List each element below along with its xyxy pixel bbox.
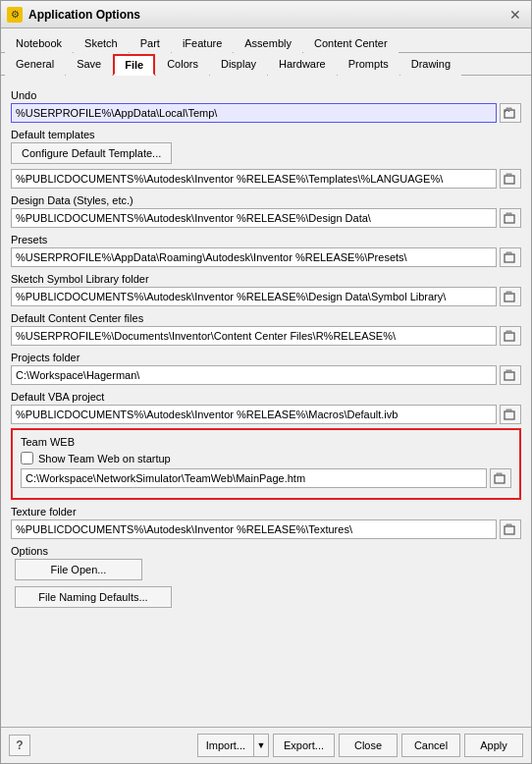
tab-colors[interactable]: Colors: [156, 54, 209, 76]
svg-rect-17: [497, 473, 502, 475]
apply-button[interactable]: Apply: [464, 734, 523, 757]
tab-ifeature[interactable]: iFeature: [172, 33, 233, 53]
presets-browse-button[interactable]: [500, 247, 521, 267]
options-label: Options: [11, 545, 521, 557]
sketch-symbol-row: [11, 287, 521, 306]
main-content: Undo Default templates Configure Default…: [1, 76, 531, 727]
bottom-buttons: Import... ▼ Export... Close Cancel Apply: [197, 734, 523, 757]
configure-default-template-button[interactable]: Configure Default Template...: [11, 142, 172, 164]
svg-rect-19: [506, 524, 511, 526]
window-title: Application Options: [28, 8, 140, 22]
design-data-browse-button[interactable]: [500, 208, 521, 228]
svg-rect-15: [506, 409, 511, 411]
svg-rect-14: [505, 411, 514, 419]
tab-assembly[interactable]: Assembly: [234, 33, 302, 53]
sketch-symbol-browse-button[interactable]: [500, 287, 521, 306]
tab-row-2: General Save File Colors Display Hardwar…: [1, 53, 531, 76]
tab-save[interactable]: Save: [66, 54, 112, 76]
team-web-input-row: [21, 468, 511, 488]
tab-display[interactable]: Display: [210, 54, 267, 76]
content-center-files-label: Default Content Center files: [11, 312, 521, 324]
vba-project-browse-button[interactable]: [500, 405, 521, 424]
undo-label: Undo: [11, 89, 521, 101]
team-web-checkbox-label: Show Team Web on startup: [38, 453, 171, 464]
projects-label: Projects folder: [11, 352, 521, 363]
file-open-button[interactable]: File Open...: [15, 559, 142, 580]
svg-rect-6: [505, 254, 514, 262]
tab-hardware[interactable]: Hardware: [268, 54, 337, 76]
import-group: Import... ▼: [197, 734, 269, 757]
tab-part[interactable]: Part: [130, 33, 171, 53]
svg-rect-10: [505, 333, 514, 341]
vba-project-row: [11, 405, 521, 424]
content-center-files-row: [11, 326, 521, 346]
projects-input[interactable]: [11, 365, 497, 385]
application-options-window: ⚙ Application Options ✕ Notebook Sketch …: [0, 0, 532, 764]
import-button[interactable]: Import...: [197, 734, 253, 757]
help-button[interactable]: ?: [9, 735, 30, 756]
window-icon: ⚙: [7, 7, 23, 23]
team-web-browse-button[interactable]: [490, 468, 511, 488]
svg-rect-5: [506, 213, 511, 215]
close-button[interactable]: Close: [339, 734, 398, 757]
default-templates-browse-button[interactable]: [500, 169, 521, 189]
presets-label: Presets: [11, 234, 521, 246]
vba-project-input[interactable]: [11, 405, 497, 424]
undo-browse-button[interactable]: [500, 103, 521, 123]
tab-general[interactable]: General: [5, 54, 65, 76]
svg-rect-16: [495, 475, 505, 483]
tab-sketch[interactable]: Sketch: [74, 33, 129, 53]
svg-rect-9: [506, 292, 511, 294]
default-templates-label: Default templates: [11, 129, 521, 140]
design-data-label: Design Data (Styles, etc.): [11, 194, 521, 206]
svg-rect-12: [505, 372, 514, 380]
content-center-files-input[interactable]: [11, 326, 497, 346]
import-dropdown-button[interactable]: ▼: [253, 734, 269, 757]
close-window-button[interactable]: ✕: [505, 5, 525, 25]
svg-rect-13: [506, 370, 511, 372]
team-web-label: Team WEB: [21, 436, 511, 448]
design-data-input[interactable]: [11, 208, 497, 228]
cancel-button[interactable]: Cancel: [401, 734, 460, 757]
texture-browse-button[interactable]: [500, 519, 521, 539]
tab-notebook[interactable]: Notebook: [5, 33, 73, 53]
projects-row: [11, 365, 521, 385]
file-naming-defaults-button[interactable]: File Naming Defaults...: [15, 586, 172, 608]
team-web-checkbox[interactable]: [21, 452, 33, 464]
presets-input[interactable]: [11, 247, 497, 267]
tab-file[interactable]: File: [113, 54, 155, 76]
svg-rect-4: [505, 215, 514, 223]
default-templates-row: [11, 169, 521, 189]
svg-rect-3: [506, 174, 511, 176]
tab-drawing[interactable]: Drawing: [400, 54, 461, 76]
undo-input[interactable]: [11, 103, 497, 123]
svg-rect-18: [505, 526, 514, 534]
design-data-row: [11, 208, 521, 228]
svg-rect-7: [506, 252, 511, 254]
undo-row: [11, 103, 521, 123]
svg-rect-8: [505, 294, 514, 301]
content-center-files-browse-button[interactable]: [500, 326, 521, 346]
team-web-section: Team WEB Show Team Web on startup: [11, 428, 521, 500]
sketch-symbol-input[interactable]: [11, 287, 497, 306]
tab-content-center[interactable]: Content Center: [303, 33, 399, 53]
tab-row-1: Notebook Sketch Part iFeature Assembly C…: [1, 28, 531, 53]
texture-input[interactable]: [11, 519, 497, 539]
texture-label: Texture folder: [11, 506, 521, 518]
presets-row: [11, 247, 521, 267]
title-bar: ⚙ Application Options ✕: [1, 1, 531, 28]
team-web-checkbox-row: Show Team Web on startup: [21, 452, 511, 464]
svg-rect-2: [505, 176, 514, 184]
team-web-input[interactable]: [21, 468, 487, 488]
vba-project-label: Default VBA project: [11, 391, 521, 403]
svg-rect-11: [506, 331, 511, 333]
sketch-symbol-label: Sketch Symbol Library folder: [11, 273, 521, 285]
texture-row: [11, 519, 521, 539]
tab-prompts[interactable]: Prompts: [338, 54, 399, 76]
bottom-bar: ? Import... ▼ Export... Close Cancel App…: [1, 727, 531, 763]
projects-browse-button[interactable]: [500, 365, 521, 385]
svg-rect-1: [506, 108, 511, 110]
default-templates-input[interactable]: [11, 169, 497, 189]
export-button[interactable]: Export...: [273, 734, 335, 757]
